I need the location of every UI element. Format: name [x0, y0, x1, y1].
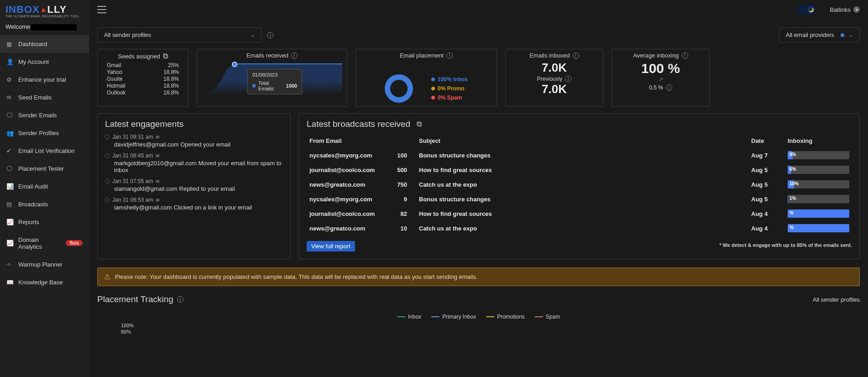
nav-icon: ▦	[6, 41, 14, 47]
inboxed-value: 7.0K	[542, 61, 567, 75]
panel-title: Latest broadcasts received	[307, 119, 410, 129]
nav-label: Placement Tester	[18, 165, 64, 172]
main: 🌙 Batlinks ▾ All sender profiles ⌄ i All…	[89, 0, 868, 377]
sidebar: INBOX▲LLY THE ULTIMATE EMAIL DELIVERABIL…	[0, 0, 89, 377]
sidebar-item-email-list-verification[interactable]: ✔Email List Verification	[0, 142, 89, 160]
table-row[interactable]: news@greatco.com750Catch us at the expoA…	[307, 177, 852, 192]
nav-label: Broadcasts	[18, 201, 48, 208]
theme-toggle[interactable]: 🌙	[798, 5, 816, 15]
sidebar-item-knowledge-base[interactable]: 📖Knowledge Base	[0, 273, 89, 291]
nav-icon: 📈	[6, 240, 14, 246]
logo-prefix: INBOX	[5, 4, 40, 15]
welcome-text: Welcome	[0, 21, 89, 35]
info-icon[interactable]: i	[666, 84, 672, 91]
sidebar-item-placement-tester[interactable]: 🖵Placement Tester	[0, 160, 89, 178]
sidebar-item-sender-profiles[interactable]: 👥Sender Profiles	[0, 124, 89, 142]
card-seeds-assigned: Seeds assigned ⧉ Gmail25%Yahoo18.8%Gsuit…	[97, 49, 188, 107]
filter-row: All sender profiles ⌄ i All email provid…	[89, 19, 868, 49]
placement-row: 0% Promo	[431, 85, 468, 92]
engagement-item: Jan 31 06:53 am✉iamshelly@gmail.com Clic…	[105, 197, 283, 211]
table-row[interactable]: nycsales@myorg.com9Bonus structure chang…	[307, 192, 852, 206]
seed-row: Hotmail18.8%	[102, 83, 183, 89]
sidebar-item-my-account[interactable]: 👤My Account	[0, 53, 89, 71]
user-dropdown[interactable]: Batlinks ▾	[830, 6, 860, 13]
sender-profile-select[interactable]: All sender profiles ⌄	[97, 27, 261, 42]
sidebar-item-sender-emails[interactable]: 🖵Sender Emails	[0, 106, 89, 124]
sample-data-warning: ⚠ Please note: Your dashboard is current…	[97, 267, 860, 286]
nav-icon: ✧	[6, 261, 14, 268]
warning-icon: ⚠	[104, 272, 110, 281]
panels-row: Latest engagements Jan 31 09:31 am✉david…	[89, 107, 868, 259]
nav-label: Sender Emails	[18, 112, 57, 119]
sender-profile-value: All sender profiles	[104, 31, 151, 38]
view-full-report-button[interactable]: View full report	[307, 241, 355, 251]
seed-row: Outlook18.8%	[102, 89, 183, 96]
nav-label: My Account	[18, 58, 49, 65]
chevron-down-icon: ▾	[853, 6, 860, 13]
table-row[interactable]: nycsales@myorg.com100Bonus structure cha…	[307, 148, 852, 162]
inboxing-bar: %	[788, 224, 849, 232]
email-provider-select[interactable]: All email providers ⌄	[779, 27, 860, 42]
table-row[interactable]: news@greatco.com10Catch us at the expoAu…	[307, 221, 852, 236]
chart-tooltip: 01/08/2023 Total Emails: 1000	[247, 69, 302, 94]
panel-latest-broadcasts: Latest broadcasts received⧉ From Email S…	[299, 113, 860, 259]
section-title: Placement Tracking	[97, 294, 173, 304]
sidebar-item-reports[interactable]: 📈Reports	[0, 213, 89, 231]
legend-item: Promotions	[486, 314, 525, 320]
nav-label: Knowledge Base	[18, 279, 63, 286]
sidebar-item-enhance-trial[interactable]: ⚙Enhance your trial	[0, 71, 89, 89]
legend-item: Spam	[535, 314, 560, 320]
sidebar-item-domain-analytics[interactable]: 📈Domain AnalyticsBeta	[0, 231, 89, 256]
engagement-item: Jan 31 08:45 am✉markgoldberg2010@gmail.c…	[105, 152, 283, 173]
placement-row: 100% Inbox	[431, 76, 468, 83]
sidebar-item-broadcasts[interactable]: ▤Broadcasts	[0, 195, 89, 213]
info-icon[interactable]: i	[446, 52, 453, 59]
external-link-icon[interactable]: ⧉	[417, 120, 422, 128]
warning-text: Please note: Your dashboard is currently…	[115, 273, 478, 280]
external-link-icon[interactable]: ⧉	[163, 52, 168, 60]
sidebar-item-dashboard[interactable]: ▦Dashboard	[0, 35, 89, 53]
placement-profile-filter[interactable]: All sender profiles	[813, 296, 860, 303]
previously-label: Previously	[537, 76, 562, 82]
inboxing-bar: 6%	[788, 166, 849, 174]
legend-item: Inbox	[397, 314, 421, 320]
info-icon[interactable]: i	[291, 52, 298, 59]
welcome-username	[31, 24, 77, 31]
y-axis-100: 100%	[121, 323, 868, 328]
info-icon[interactable]: i	[682, 52, 688, 59]
menu-toggle-icon[interactable]	[97, 6, 106, 13]
nav-icon: 📊	[6, 183, 14, 190]
col-from: From Email	[307, 134, 389, 148]
info-icon[interactable]: i	[565, 76, 571, 82]
nav-icon: ⚙	[6, 76, 14, 83]
logo-suffix: LLY	[47, 4, 67, 15]
sidebar-item-email-audit[interactable]: 📊Email Audit	[0, 178, 89, 195]
info-icon[interactable]: i	[573, 52, 579, 59]
chart-marker	[232, 62, 237, 67]
nav-icon: 📈	[6, 219, 14, 225]
y-axis-80: 80%	[121, 329, 868, 335]
nav-icon: 📖	[6, 279, 14, 286]
nav-icon: 👥	[6, 130, 14, 136]
nav-label: Email List Verification	[18, 147, 75, 154]
sidebar-item-warmup-planner[interactable]: ✧Warmup Planner	[0, 256, 89, 273]
table-row[interactable]: journalist@coolco.com500How to find grea…	[307, 162, 852, 177]
sidebar-item-seed-emails[interactable]: ✉Seed Emails	[0, 89, 89, 106]
avg-delta: 0.5 %	[649, 84, 663, 91]
info-icon[interactable]: i	[267, 32, 273, 38]
broadcast-footnote: * We detect & engage with up to 85% of t…	[355, 242, 852, 248]
nav-label: Dashboard	[18, 41, 47, 47]
nav-icon: 👤	[6, 58, 14, 65]
nav-label: Reports	[18, 219, 39, 225]
previously-value: 7.0K	[542, 82, 567, 96]
panel-title: Latest engagements	[105, 119, 283, 129]
placement-legend: InboxPrimary InboxPromotionsSpam	[89, 314, 868, 320]
table-row[interactable]: journalist@coolco.com82How to find great…	[307, 206, 852, 221]
provider-dot-icon	[841, 33, 844, 37]
nav-label: Sender Profiles	[18, 130, 59, 136]
info-icon[interactable]: i	[177, 296, 183, 303]
card-title: Seeds assigned	[118, 53, 160, 60]
inboxing-bar: 8%	[788, 151, 849, 159]
logo: INBOX▲LLY THE ULTIMATE EMAIL DELIVERABIL…	[0, 0, 89, 21]
email-provider-value: All email providers	[786, 31, 834, 38]
